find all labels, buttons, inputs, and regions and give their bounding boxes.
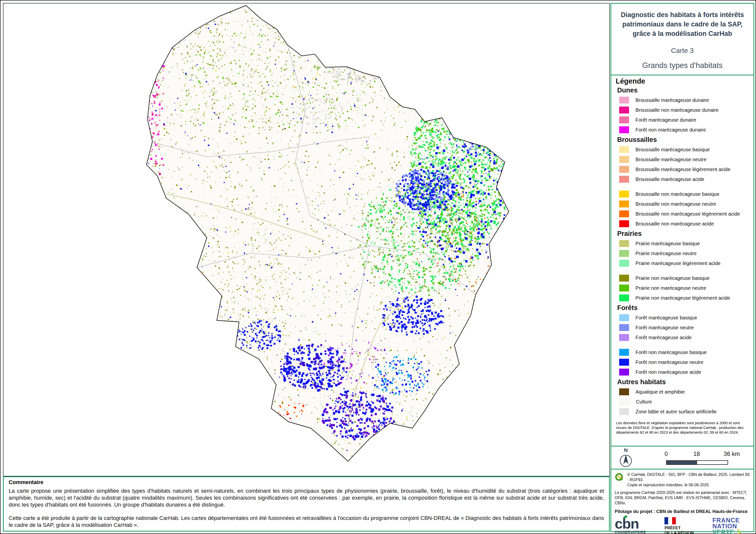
legend-swatch <box>619 260 629 267</box>
legend-item: Broussaille non marécageuse basique <box>615 189 751 199</box>
legend-item: Broussaille non marécageuse dunaire <box>615 105 751 115</box>
scalebar <box>666 460 728 465</box>
legend-swatch <box>619 250 629 257</box>
map-title-line2: patrimoniaux dans le cadre de la SAP, <box>611 19 753 29</box>
legend-label: Zone bâtie et autre surface artificielle <box>635 409 717 415</box>
legend-swatch <box>619 314 629 321</box>
copyright-line2: Copie et reproduction interdites, le 06-… <box>627 482 750 488</box>
logos-row: cbn CONSERVATOIRE BOTANIQUE NATIONAL BAI… <box>615 517 750 534</box>
legend-section-heading: Forêts <box>615 303 751 313</box>
legend-item: Prairie non marécageuse légèrement acide <box>615 293 751 303</box>
map-subtitle: Carte 3 <box>611 47 753 55</box>
scalebar-label-36km: 36 km <box>724 450 740 457</box>
legend-label: Broussaille marécageuse acide <box>635 176 704 182</box>
legend-section-heading: Prairies <box>615 229 751 239</box>
legend-label: Forêt marécageuse acide <box>635 335 692 341</box>
legend-item: Prairie non marécageuse basique <box>615 273 751 283</box>
legend-swatch <box>619 200 629 207</box>
legend-swatch <box>619 324 629 331</box>
legend-label: Broussaille non marécageuse dunaire <box>635 107 719 113</box>
legend-item: Prairie marécageuse neutre <box>615 248 751 258</box>
legend-label: Culture <box>636 399 652 405</box>
north-arrow-icon: N <box>618 447 634 469</box>
map-title-line3: grâce à la modélisation CarHab <box>611 29 753 38</box>
fnv-line2: NATION <box>713 523 750 529</box>
legend-item: Prairie marécageuse basique <box>615 239 751 248</box>
prefet-line2: DE LA RÉGION <box>664 530 704 534</box>
legend-swatch <box>619 408 629 415</box>
legend-section-heading: Autres habitats <box>615 377 751 387</box>
legend-heading: Légende <box>615 77 751 85</box>
legend-label: Broussaille non marécageuse acide <box>635 221 714 227</box>
legend-item: Culture <box>615 397 751 407</box>
legend-label: Forêt non marécageuse neutre <box>635 360 704 365</box>
prefet-line1: PRÉFET <box>664 525 704 530</box>
legend-label: Forêt marécageuse dunaire <box>635 117 696 123</box>
map-canvas <box>4 4 609 476</box>
qgis-logo-icon <box>615 472 624 483</box>
scalebar-box: N 0 18 36 km <box>610 446 754 470</box>
legend-swatch <box>619 334 629 341</box>
legend-label: Prairie non marécageuse neutre <box>635 285 706 291</box>
legend-note: Les données flore et végétation exploité… <box>616 420 749 435</box>
legend-item: Aquatique et amphibie <box>615 387 751 397</box>
legend-item: Broussaille marécageuse neutre <box>615 155 751 165</box>
legend-swatch <box>619 146 629 153</box>
legend-label: Broussaille marécageuse basique <box>635 147 710 153</box>
french-flag-icon <box>664 517 676 524</box>
legend-label: Broussaille marécageuse dunaire <box>635 97 709 103</box>
copyright-line1: © CarHab, DIGITALE - SIG, BFP - CBN de B… <box>627 472 750 482</box>
legend-swatch <box>619 388 629 395</box>
legend-item: Forêt non marécageuse basique <box>615 347 751 357</box>
legend-label: Forêt marécageuse basique <box>635 315 697 321</box>
legend-swatch <box>619 210 629 217</box>
legend-label: Broussaille non marécageuse neutre <box>635 201 716 207</box>
map-name: Grands types d'habitats <box>611 61 753 70</box>
legend-swatch <box>619 126 629 133</box>
map-frame <box>3 3 610 476</box>
legend-label: Prairie non marécageuse légèrement acide <box>635 295 730 301</box>
legend-label: Prairie non marécageuse basique <box>635 275 710 281</box>
pilotage-credit: Pilotage du projet : CBN de Bailleul et … <box>615 509 750 514</box>
legend-swatch <box>619 191 629 197</box>
scalebar-empty-half <box>697 461 728 464</box>
legend-label: Forêt non marécageuse dunaire <box>635 127 706 133</box>
prefet-logo: PRÉFET DE LA RÉGION HAUTS-DE-FRANCE Libe… <box>664 517 704 534</box>
legend-swatch <box>619 166 629 173</box>
commentary-paragraph-1: La carte propose une présentation simpli… <box>9 488 604 508</box>
fnv-line3: VERTE ❯ <box>713 529 750 534</box>
legend-item: Forêt non marécageuse dunaire <box>615 125 751 135</box>
commentary-heading: Commentaire <box>9 479 604 486</box>
commentary-paragraph-2: Cette carte a été produite à partir de l… <box>9 515 604 528</box>
legend-label: Broussaille marécageuse légèrement acide <box>635 166 731 172</box>
program-credit: Le programme CarHab 2020-2025 est réalis… <box>615 490 750 506</box>
legend-item: Broussaille marécageuse dunaire <box>615 95 751 105</box>
legend-swatch <box>619 240 629 247</box>
legend-item: Zone bâtie et autre surface artificielle <box>615 407 751 417</box>
legend-swatch <box>619 398 630 405</box>
legend-item: Prairie marécageuse légèrement acide <box>615 258 751 268</box>
legend-label: Forêt non marécageuse basique <box>635 349 707 355</box>
legend-box: Légende DunesBroussaille marécageuse dun… <box>610 75 754 446</box>
fnv-line1: FRANCE <box>713 517 750 523</box>
legend-label: Broussaille marécageuse neutre <box>635 157 707 163</box>
legend-label: Prairie marécageuse légèrement acide <box>635 261 721 266</box>
legend-sections: DunesBroussaille marécageuse dunaireBrou… <box>615 85 751 417</box>
legend-swatch <box>619 220 629 227</box>
north-label: N <box>624 447 628 453</box>
legend-item: Broussaille marécageuse basique <box>615 145 751 155</box>
legend-label: Prairie marécageuse basique <box>635 241 700 246</box>
france-nation-verte-logo: FRANCE NATION VERTE ❯ Agir - Mobiliser -… <box>713 517 750 534</box>
legend-swatch <box>619 294 629 301</box>
title-box: Diagnostic des habitats à forts intérêts… <box>610 3 754 75</box>
legend-swatch <box>619 369 629 375</box>
page: Commentaire La carte propose une présent… <box>0 0 756 534</box>
scalebar-filled-half <box>667 461 697 464</box>
legend-item: Forêt non marécageuse acide <box>615 367 751 377</box>
cbn-logo: cbn CONSERVATOIRE BOTANIQUE NATIONAL BAI… <box>615 517 656 534</box>
legend-item: Broussaille non marécageuse neutre <box>615 199 751 209</box>
legend-swatch <box>619 275 629 282</box>
legend-swatch <box>619 349 629 356</box>
legend-section-heading: Broussailles <box>615 135 751 145</box>
legend-label: Forêt marécageuse neutre <box>635 325 694 331</box>
